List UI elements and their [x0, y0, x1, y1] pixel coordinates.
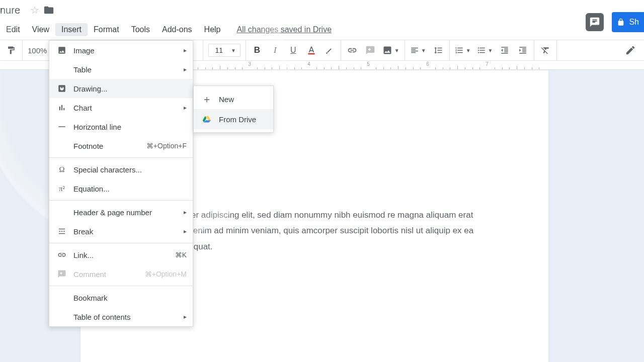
menu-item-label: Table — [73, 65, 184, 74]
add-comment-icon — [56, 269, 67, 279]
drawing-submenu: ＋ New From Drive — [193, 85, 274, 133]
menu-item-table-of-contents[interactable]: Table of contents ▸ — [49, 307, 193, 326]
submenu-item-from-drive[interactable]: From Drive — [194, 109, 273, 129]
save-status-link[interactable]: All changes saved in Drive — [237, 25, 332, 34]
menu-item-horizontal-line[interactable]: Horizontal line — [49, 117, 193, 136]
break-icon — [56, 227, 67, 236]
menu-separator — [49, 157, 193, 158]
align-button[interactable]: ▼ — [410, 43, 426, 57]
menu-item-comment: Comment ⌘+Option+M — [49, 264, 193, 284]
menu-item-label: Chart — [73, 104, 184, 112]
menu-item-drawing[interactable]: Drawing... — [49, 79, 193, 98]
submenu-label: New — [219, 95, 234, 104]
zoom-select[interactable]: 100% — [28, 46, 47, 55]
text-color-button[interactable] — [305, 43, 317, 57]
menubar: Edit View Insert Format Tools Add-ons He… — [0, 20, 644, 39]
menu-item-break[interactable]: Break ▸ — [49, 222, 193, 241]
menu-addons[interactable]: Add-ons — [156, 23, 198, 36]
add-comment-button[interactable] — [364, 43, 376, 57]
folder-icon[interactable] — [43, 5, 54, 16]
menu-item-label: Footnote — [73, 142, 146, 150]
plus-icon: ＋ — [202, 93, 212, 106]
font-size-select[interactable]: 11 ▼ — [208, 44, 240, 57]
menu-item-link[interactable]: Link... ⌘K — [49, 245, 193, 264]
menu-item-label: Image — [73, 46, 184, 55]
menu-item-image[interactable]: Image ▸ — [49, 41, 193, 60]
menu-item-label: Table of contents — [73, 313, 184, 321]
italic-button[interactable]: I — [269, 43, 281, 57]
menu-item-label: Horizontal line — [73, 123, 187, 131]
link-icon — [56, 250, 67, 259]
menu-item-table[interactable]: Table ▸ — [49, 60, 193, 79]
menu-item-label: Bookmark — [73, 294, 187, 302]
svg-rect-1 — [58, 126, 65, 127]
pi-icon: π² — [56, 185, 67, 193]
menu-item-label: Comment — [73, 270, 145, 279]
menu-item-label: Special characters... — [73, 165, 187, 174]
menu-item-chart[interactable]: Chart ▸ — [49, 98, 193, 117]
insert-link-button[interactable] — [346, 43, 358, 57]
keyboard-shortcut: ⌘+Option+F — [146, 142, 187, 150]
underline-button[interactable]: U — [287, 43, 299, 57]
bulleted-list-button[interactable]: ▼ — [477, 43, 493, 57]
document-title[interactable]: nure — [0, 5, 20, 16]
menu-help[interactable]: Help — [198, 23, 227, 36]
star-icon[interactable]: ☆ — [30, 4, 39, 16]
clear-formatting-button[interactable] — [539, 43, 551, 57]
submenu-label: From Drive — [219, 115, 256, 124]
menu-item-header-page-number[interactable]: Header & page number ▸ — [49, 203, 193, 222]
menu-item-special-characters[interactable]: Ω Special characters... — [49, 160, 193, 179]
menu-edit[interactable]: Edit — [0, 23, 26, 36]
menu-format[interactable]: Format — [88, 23, 125, 36]
keyboard-shortcut: ⌘+Option+M — [145, 270, 187, 278]
submenu-arrow-icon: ▸ — [184, 228, 187, 235]
insert-menu-dropdown: Image ▸ Table ▸ Drawing... Chart ▸ Horiz… — [49, 40, 193, 327]
image-icon — [56, 46, 67, 55]
menu-item-label: Drawing... — [73, 84, 187, 93]
menu-item-footnote[interactable]: Footnote ⌘+Option+F — [49, 136, 193, 155]
font-size-value: 11 — [215, 46, 223, 54]
menu-item-label: Header & page number — [73, 208, 184, 217]
menu-separator — [49, 286, 193, 286]
chart-icon — [56, 103, 67, 112]
paint-format-button[interactable] — [5, 43, 17, 57]
bold-button[interactable]: B — [251, 43, 263, 57]
menu-item-label: Equation... — [73, 185, 187, 193]
horizontal-line-icon — [56, 122, 67, 131]
submenu-arrow-icon: ▸ — [184, 66, 187, 73]
menu-insert[interactable]: Insert — [55, 23, 88, 36]
keyboard-shortcut: ⌘K — [175, 251, 187, 259]
menu-item-bookmark[interactable]: Bookmark — [49, 288, 193, 307]
submenu-arrow-icon: ▸ — [184, 47, 187, 54]
lock-icon — [617, 18, 625, 26]
submenu-arrow-icon: ▸ — [184, 313, 187, 320]
drawing-icon — [56, 84, 67, 93]
submenu-arrow-icon: ▸ — [184, 209, 187, 216]
highlight-color-button[interactable] — [324, 43, 336, 57]
drive-icon — [202, 115, 212, 124]
caret-down-icon: ▼ — [394, 48, 399, 53]
menu-separator — [49, 243, 193, 243]
caret-down-icon: ▼ — [231, 48, 236, 53]
numbered-list-button[interactable]: ▼ — [455, 43, 471, 57]
menu-tools[interactable]: Tools — [125, 23, 156, 36]
share-button-label: Sh — [629, 18, 639, 27]
menu-view[interactable]: View — [26, 23, 55, 36]
submenu-arrow-icon: ▸ — [184, 104, 187, 111]
insert-image-button[interactable]: ▼ — [382, 43, 399, 57]
menu-item-label: Link... — [73, 251, 175, 259]
share-button[interactable]: Sh — [612, 12, 644, 32]
svg-rect-0 — [308, 53, 314, 55]
omega-icon: Ω — [56, 165, 67, 174]
menu-item-label: Break — [73, 227, 184, 236]
decrease-indent-button[interactable] — [499, 43, 511, 57]
open-comments-button[interactable] — [586, 13, 604, 31]
increase-indent-button[interactable] — [517, 43, 529, 57]
menu-separator — [49, 200, 193, 201]
submenu-item-new[interactable]: ＋ New — [194, 89, 273, 109]
editing-mode-button[interactable] — [625, 43, 644, 57]
line-spacing-button[interactable] — [432, 43, 444, 57]
menu-item-equation[interactable]: π² Equation... — [49, 179, 193, 198]
